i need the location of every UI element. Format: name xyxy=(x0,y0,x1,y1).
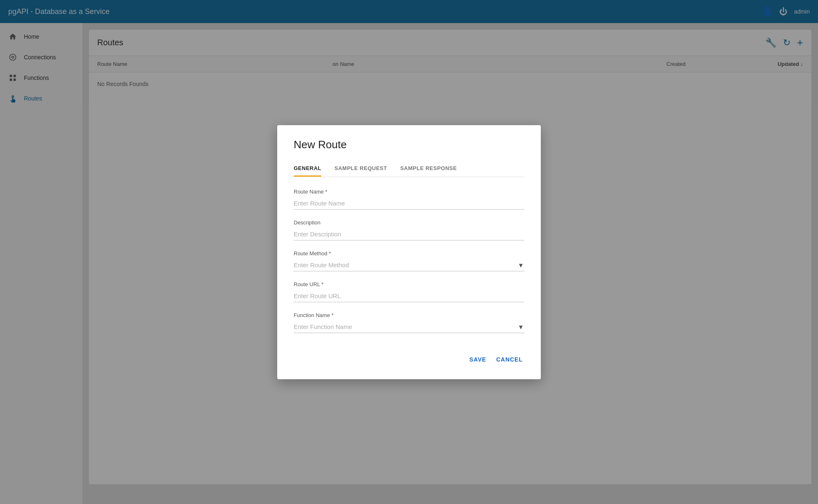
function-name-field: Function Name * Enter Function Name ▾ xyxy=(294,312,524,333)
route-method-select[interactable]: Enter Route Method GET POST PUT DELETE P… xyxy=(294,259,524,271)
tab-sample-request[interactable]: SAMPLE REQUEST xyxy=(334,161,387,177)
route-name-label: Route Name * xyxy=(294,189,524,195)
tab-general[interactable]: GENERAL xyxy=(294,161,321,177)
function-name-wrapper: Enter Function Name ▾ xyxy=(294,321,524,333)
route-method-wrapper: Enter Route Method GET POST PUT DELETE P… xyxy=(294,259,524,271)
route-name-input[interactable] xyxy=(294,197,524,210)
description-input[interactable] xyxy=(294,228,524,240)
modal-tabs: GENERAL SAMPLE REQUEST SAMPLE RESPONSE xyxy=(294,161,524,177)
function-name-label: Function Name * xyxy=(294,312,524,318)
description-label: Description xyxy=(294,219,524,226)
modal-actions: SAVE CANCEL xyxy=(294,346,524,366)
route-method-label: Route Method * xyxy=(294,250,524,257)
new-route-modal: New Route GENERAL SAMPLE REQUEST SAMPLE … xyxy=(277,125,541,379)
route-url-field: Route URL * xyxy=(294,281,524,302)
save-button[interactable]: SAVE xyxy=(468,353,488,366)
modal-overlay: New Route GENERAL SAMPLE REQUEST SAMPLE … xyxy=(0,0,818,504)
route-url-input[interactable] xyxy=(294,290,524,302)
cancel-button[interactable]: CANCEL xyxy=(495,353,524,366)
function-name-select[interactable]: Enter Function Name xyxy=(294,321,524,333)
modal-title: New Route xyxy=(294,138,524,151)
route-name-field: Route Name * xyxy=(294,189,524,210)
route-method-field: Route Method * Enter Route Method GET PO… xyxy=(294,250,524,271)
description-field: Description xyxy=(294,219,524,240)
tab-sample-response[interactable]: SAMPLE RESPONSE xyxy=(400,161,457,177)
route-url-label: Route URL * xyxy=(294,281,524,287)
